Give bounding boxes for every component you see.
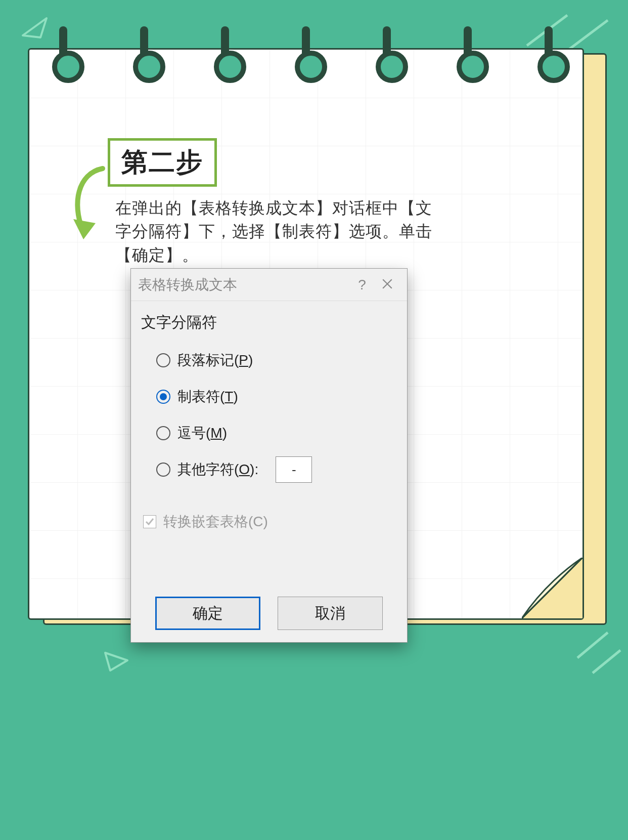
curved-arrow-icon <box>67 163 118 244</box>
binder-ring-icon <box>372 26 402 77</box>
radio-icon <box>156 353 170 367</box>
checkbox-label: 转换嵌套表格(C) <box>163 512 268 531</box>
radio-paragraph[interactable]: 段落标记(P) <box>156 342 397 379</box>
radio-icon <box>156 426 170 440</box>
dialog-help-button[interactable]: ? <box>349 277 375 293</box>
dialog-title: 表格转换成文本 <box>138 275 349 295</box>
radio-icon <box>156 463 170 477</box>
decor-triangle-bottom <box>101 648 131 673</box>
dialog-close-button[interactable] <box>375 277 400 293</box>
radio-other[interactable]: 其他字符(O): <box>156 451 397 488</box>
binder-ring-icon <box>210 26 240 77</box>
binder-ring-icon <box>533 26 564 77</box>
notepad: 第二步 在弹出的【表格转换成文本】对话框中【文字分隔符】下，选择【制表符】选项。… <box>28 48 584 620</box>
dialog-titlebar: 表格转换成文本 ? <box>131 269 407 301</box>
dialog-body: 文字分隔符 段落标记(P) 制表符(T) <box>131 301 407 536</box>
ok-button[interactable]: 确定 <box>155 597 260 630</box>
page-curl-icon <box>522 558 582 618</box>
radio-label: 其他字符(O): <box>177 460 258 479</box>
radio-label: 制表符(T) <box>177 387 238 406</box>
step-title-box: 第二步 <box>108 138 217 187</box>
convert-table-to-text-dialog: 表格转换成文本 ? 文字分隔符 段落标记(P) 制表符(T) <box>130 268 408 643</box>
binder-ring-icon <box>453 26 483 77</box>
radio-icon <box>156 390 170 404</box>
step-title: 第二步 <box>121 147 203 177</box>
separator-radio-group: 段落标记(P) 制表符(T) 逗号(M) <box>141 342 397 488</box>
binder-ring-icon <box>291 26 321 77</box>
checkbox-icon <box>143 515 156 528</box>
radio-label: 段落标记(P) <box>177 351 253 370</box>
svg-line-3 <box>593 650 620 673</box>
cancel-button[interactable]: 取消 <box>278 597 383 630</box>
binder-ring-icon <box>48 26 78 77</box>
radio-tab[interactable]: 制表符(T) <box>156 379 397 415</box>
radio-label: 逗号(M) <box>177 424 227 443</box>
radio-comma[interactable]: 逗号(M) <box>156 415 397 451</box>
separator-group-label: 文字分隔符 <box>141 312 397 333</box>
instruction-text: 在弹出的【表格转换成文本】对话框中【文字分隔符】下，选择【制表符】选项。单击【确… <box>115 196 441 267</box>
convert-nested-tables-checkbox[interactable]: 转换嵌套表格(C) <box>141 512 397 531</box>
close-icon <box>382 278 393 289</box>
binder-ring-icon <box>129 26 159 77</box>
spiral-binders <box>35 26 576 77</box>
decor-lines-bottom-right <box>572 627 623 678</box>
dialog-button-row: 确定 取消 <box>131 597 407 630</box>
svg-line-2 <box>577 633 608 658</box>
other-character-input[interactable] <box>276 456 312 483</box>
